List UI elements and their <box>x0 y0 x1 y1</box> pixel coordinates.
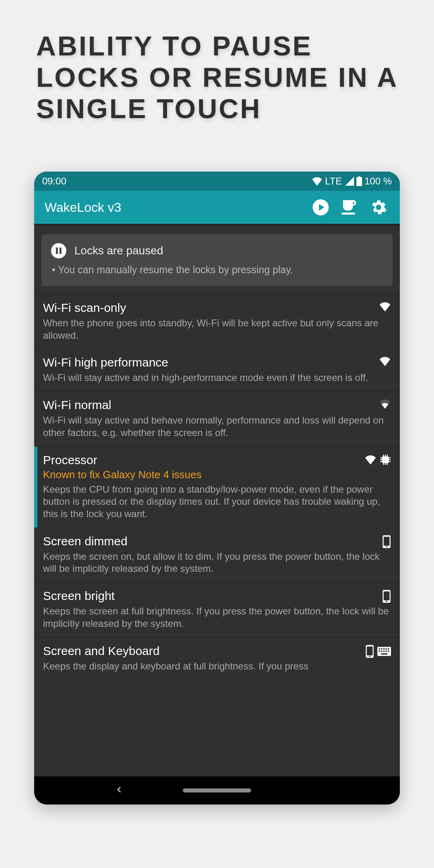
lock-item[interactable]: ProcessorKnown to fix Galaxy Note 4 issu… <box>34 446 400 528</box>
lock-note: Known to fix Galaxy Note 4 issues <box>43 469 391 481</box>
lock-icons <box>379 398 391 409</box>
lock-description: When the phone goes into standby, Wi-Fi … <box>43 317 391 342</box>
svg-point-19 <box>386 601 387 602</box>
svg-point-16 <box>386 546 387 547</box>
wifi-icon <box>379 302 391 311</box>
svg-rect-15 <box>384 536 390 545</box>
svg-point-22 <box>369 655 370 657</box>
banner-subtitle: • You can manually resume the locks by p… <box>51 264 383 276</box>
lock-item[interactable]: Wi-Fi scan-onlyWhen the phone goes into … <box>34 294 400 349</box>
lock-icons <box>379 301 391 311</box>
svg-rect-26 <box>383 648 385 649</box>
lock-item[interactable]: Wi-Fi high performanceWi-Fi will stay ac… <box>34 349 400 391</box>
svg-rect-1 <box>382 456 389 463</box>
svg-rect-32 <box>385 650 387 651</box>
statusbar: 09:00 LTE 100 % <box>34 172 400 191</box>
wifi-icon <box>379 356 391 366</box>
lock-item[interactable]: Wi-Fi normalWi-Fi will stay active and b… <box>34 391 400 446</box>
wifi-icon <box>364 455 377 465</box>
banner-title: Locks are paused <box>74 244 163 257</box>
svg-rect-24 <box>379 648 380 649</box>
pause-banner: Locks are paused • You can manually resu… <box>41 234 393 286</box>
lock-title: Screen bright <box>43 589 382 603</box>
svg-rect-29 <box>379 650 380 651</box>
wifi-icon <box>311 177 323 186</box>
lock-description: Keeps the display and keyboard at full b… <box>43 660 391 673</box>
app-title: WakeLock v3 <box>45 200 121 215</box>
svg-rect-30 <box>381 650 382 651</box>
lock-item[interactable]: Screen brightKeeps the screen at full br… <box>34 582 400 637</box>
lock-icons <box>365 644 391 658</box>
lock-icons <box>379 356 391 366</box>
lock-title: Wi-Fi scan-only <box>43 301 379 315</box>
lock-title: Screen dimmed <box>43 534 382 548</box>
status-lte: LTE <box>325 176 342 187</box>
svg-rect-27 <box>385 648 387 649</box>
keyboard-icon <box>377 647 391 656</box>
lock-icons <box>364 453 391 465</box>
status-battery: 100 % <box>364 176 392 187</box>
android-navbar <box>34 776 400 805</box>
svg-rect-33 <box>388 650 389 651</box>
status-clock: 09:00 <box>42 176 66 187</box>
phone-icon <box>382 590 391 603</box>
signal-icon <box>344 177 354 186</box>
lock-title: Screen and Keyboard <box>43 644 365 658</box>
coffee-button[interactable] <box>337 195 362 220</box>
wifi-icon <box>379 399 391 409</box>
lock-description: Keeps the screen on, but allow it to dim… <box>43 551 391 575</box>
lock-title: Wi-Fi high performance <box>43 356 379 369</box>
lock-title: Processor <box>43 453 364 467</box>
app-toolbar: WakeLock v3 <box>34 191 400 224</box>
play-icon <box>313 199 329 215</box>
svg-rect-28 <box>388 648 389 649</box>
lock-icons <box>382 589 391 603</box>
lock-description: Keeps the screen at full brightness. If … <box>43 605 391 630</box>
svg-rect-31 <box>383 650 385 651</box>
lock-description: Wi-Fi will stay active and in high-perfo… <box>43 372 391 384</box>
pause-icon <box>51 243 66 258</box>
gear-icon <box>371 199 387 215</box>
lock-item[interactable]: Screen and KeyboardKeeps the display and… <box>34 637 400 680</box>
svg-rect-34 <box>381 653 387 654</box>
cpu-icon <box>380 454 391 465</box>
lock-item[interactable]: Screen dimmedKeeps the screen on, but al… <box>34 528 400 582</box>
nav-home-pill[interactable] <box>183 788 251 792</box>
svg-rect-18 <box>384 592 390 600</box>
lock-list: Wi-Fi scan-onlyWhen the phone goes into … <box>34 294 400 680</box>
lock-description: Wi-Fi will stay active and behave normal… <box>43 414 391 439</box>
svg-rect-25 <box>381 648 382 649</box>
lock-title: Wi-Fi normal <box>43 398 379 412</box>
battery-icon <box>356 176 362 186</box>
phone-frame: 09:00 LTE 100 % WakeLock v3 <box>34 172 400 805</box>
play-button[interactable] <box>308 195 333 220</box>
phone-icon <box>382 535 391 548</box>
lock-description: Keeps the CPU from going into a standby/… <box>43 483 391 520</box>
svg-rect-21 <box>367 646 373 655</box>
nav-back-button[interactable] <box>115 785 123 796</box>
phone-icon <box>365 645 374 658</box>
main-content: Locks are paused • You can manually resu… <box>34 224 400 776</box>
lock-icons <box>382 534 391 548</box>
chevron-left-icon <box>115 785 123 794</box>
promo-headline: Ability to pause locks or resume in a si… <box>36 30 398 125</box>
settings-button[interactable] <box>366 195 391 220</box>
coffee-icon <box>342 200 358 215</box>
